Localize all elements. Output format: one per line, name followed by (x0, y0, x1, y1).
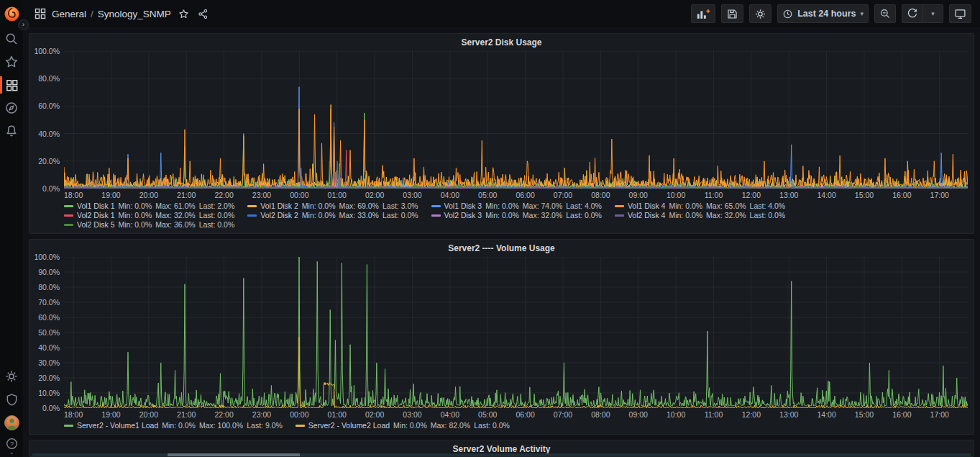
legend-series-name[interactable]: Vol2 Disk 3 (444, 211, 482, 220)
y-axis-label: 20.0% (38, 374, 60, 382)
legend-min: Min: 0.0% (393, 421, 427, 430)
x-axis-label: 18:00 (64, 191, 83, 199)
legend-max: Max: 32.0% (523, 211, 562, 220)
refresh-button-group: ▾ (902, 4, 943, 23)
legend-series-name[interactable]: Server2 - Volume1 Load (77, 421, 158, 430)
legend-min: Min: 0.0% (485, 202, 519, 210)
gear-icon (4, 369, 19, 384)
y-axis-label: 100.0% (34, 47, 60, 55)
legend-swatch (431, 205, 441, 207)
sidebar-item-starred[interactable] (0, 50, 23, 73)
svg-text:?: ? (9, 440, 13, 447)
legend-item: Vol1 Disk 3Min: 0.0%Max: 74.0%Last: 4.0% (431, 202, 602, 210)
sidebar: › (0, 0, 23, 457)
plot-svg (64, 51, 968, 189)
x-axis-label: 01:00 (328, 410, 347, 419)
x-axis-label: 16:00 (892, 410, 911, 419)
legend-series-name[interactable]: Vol1 Disk 2 (260, 202, 298, 210)
sidebar-item-user-profile[interactable] (0, 411, 23, 434)
sidebar-item-alerting[interactable] (0, 119, 23, 142)
breadcrumb-divider: / (91, 9, 93, 19)
y-axis-label: 70.0% (38, 298, 60, 307)
x-axis-label: 00:00 (290, 410, 308, 419)
x-axis-label: 06:00 (516, 191, 534, 199)
x-axis-label: 20:00 (139, 191, 158, 199)
y-axis-label: 100.0% (34, 253, 60, 261)
sidebar-item-dashboards[interactable] (0, 73, 23, 96)
x-axis-label: 15:00 (855, 191, 874, 199)
legend-swatch (296, 425, 305, 427)
panel-title[interactable]: Server2 ---- Volume Usage (29, 240, 974, 257)
time-series-chart: 0.0%20.0%40.0%60.0%80.0%100.0% 18:0019:0… (29, 51, 974, 199)
cycle-view-mode-button[interactable] (949, 4, 971, 23)
x-axis-label: 04:00 (441, 410, 459, 419)
x-axis-label: 10:00 (667, 410, 685, 419)
legend-series-name[interactable]: Vol2 Disk 2 (260, 211, 298, 220)
x-axis-label: 15:00 (855, 410, 874, 419)
refresh-interval-picker[interactable]: ▾ (923, 4, 943, 23)
x-axis-label: 10:00 (667, 191, 685, 199)
legend-last: Last: 0.0% (750, 211, 786, 220)
legend-series-name[interactable]: Vol2 Disk 1 (77, 211, 115, 220)
sidebar-item-help[interactable]: ? (0, 434, 23, 453)
refresh-dashboard-button[interactable] (902, 4, 923, 23)
legend-max: Max: 82.0% (431, 421, 470, 430)
zoom-out-icon (879, 8, 891, 19)
dashboard-grid: Server2 Disk Usage 0.0%20.0%40.0%60.0%80… (23, 27, 980, 457)
breadcrumb-dashboard-title[interactable]: Synology_SNMP (98, 9, 171, 19)
legend-last: Last: 3.0% (383, 202, 418, 210)
time-range-picker[interactable]: Last 24 hours ▾ (777, 4, 869, 23)
x-axis-label: 17:00 (930, 410, 949, 419)
x-axis: 18:0019:0020:0021:0022:0023:0000:0001:00… (64, 408, 968, 419)
favorite-dashboard-button[interactable] (177, 7, 191, 21)
dashboard-settings-button[interactable] (749, 4, 771, 23)
star-icon (4, 55, 19, 69)
x-axis-label: 07:00 (554, 191, 572, 199)
sidebar-item-explore[interactable] (0, 96, 23, 119)
x-axis-label: 01:00 (328, 191, 347, 199)
legend-min: Min: 0.0% (669, 202, 702, 210)
legend-series-name[interactable]: Server2 - Volume2 Load (308, 421, 390, 430)
plot-area[interactable] (64, 257, 968, 408)
add-panel-button[interactable] (691, 4, 715, 23)
sidebar-item-configuration[interactable] (0, 365, 23, 388)
legend-swatch (431, 214, 441, 217)
y-axis-label: 80.0% (38, 74, 60, 83)
y-axis-label: 20.0% (38, 157, 60, 166)
legend-item: Vol2 Disk 1Min: 0.0%Max: 32.0%Last: 0.0% (64, 211, 234, 220)
legend-last: Last: 0.0% (199, 220, 235, 229)
legend-series-name[interactable]: Vol1 Disk 3 (444, 202, 482, 210)
clock-icon (782, 9, 793, 19)
x-axis-label: 14:00 (817, 191, 835, 199)
x-axis-label: 06:00 (516, 410, 534, 419)
x-axis-label: 22:00 (214, 410, 233, 419)
legend-min: Min: 0.0% (485, 211, 519, 220)
x-axis-label: 11:00 (705, 410, 723, 419)
sidebar-item-search[interactable] (0, 27, 23, 50)
x-axis-label: 05:00 (478, 191, 497, 199)
x-axis-label: 19:00 (101, 191, 120, 199)
x-axis-label: 16:00 (892, 191, 911, 199)
legend-min: Min: 0.0% (302, 202, 336, 210)
save-dashboard-button[interactable] (721, 4, 743, 23)
x-axis-label: 05:00 (478, 410, 497, 419)
legend-series-name[interactable]: Vol2 Disk 5 (77, 220, 115, 229)
legend-swatch (64, 205, 73, 207)
legend-series-name[interactable]: Vol1 Disk 4 (628, 202, 666, 210)
breadcrumb-folder[interactable]: General (52, 9, 86, 19)
y-axis-label: 90.0% (38, 268, 60, 276)
panel-server2-volume-usage: Server2 ---- Volume Usage 0.0%10.0%20.0%… (29, 239, 974, 435)
legend-series-name[interactable]: Vol1 Disk 1 (77, 202, 115, 210)
dashboard-toolbar: Last 24 hours ▾ ▾ (691, 4, 971, 23)
sidebar-item-server-admin[interactable] (0, 388, 23, 411)
volume-activity-chart-top-edge (32, 453, 971, 456)
legend-swatch (64, 224, 73, 226)
share-dashboard-button[interactable] (196, 7, 210, 21)
legend-series-name[interactable]: Vol2 Disk 4 (628, 211, 666, 220)
legend-item: Vol1 Disk 4Min: 0.0%Max: 65.0%Last: 4.0% (615, 202, 785, 210)
plot-area[interactable] (64, 51, 968, 189)
x-axis-label: 02:00 (365, 410, 384, 419)
zoom-out-time-button[interactable] (874, 4, 896, 23)
panel-title[interactable]: Server2 Disk Usage (29, 34, 974, 51)
x-axis-label: 21:00 (177, 191, 196, 199)
